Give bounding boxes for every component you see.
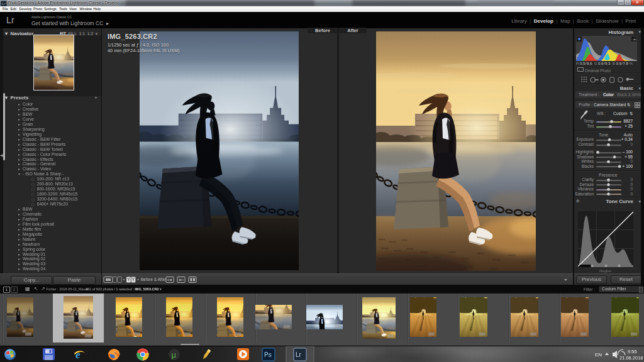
svg-text:Ps: Ps bbox=[264, 351, 272, 358]
svg-text:21.06.2018: 21.06.2018 bbox=[619, 355, 643, 361]
svg-text:e: e bbox=[75, 349, 80, 361]
svg-text:Y: Y bbox=[132, 277, 135, 282]
svg-text:μ: μ bbox=[172, 350, 177, 359]
svg-text:Y: Y bbox=[127, 277, 130, 282]
svg-text:Lr: Lr bbox=[296, 351, 302, 358]
svg-text:EN: EN bbox=[595, 352, 602, 358]
svg-text:Before & After :: Before & After : bbox=[141, 277, 169, 282]
svg-text:9:55: 9:55 bbox=[628, 349, 637, 354]
